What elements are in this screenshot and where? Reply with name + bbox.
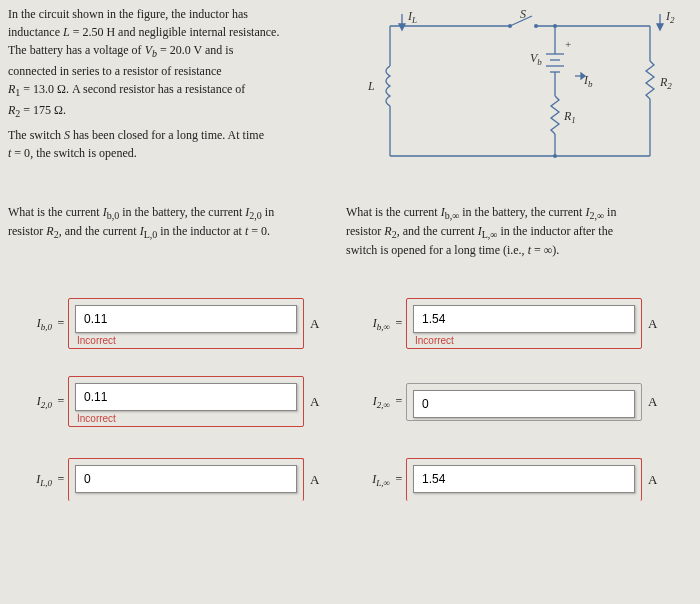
label-ILinf: IL,∞ — [352, 472, 392, 488]
answer-Ibinf-row: Ib,∞ = Incorrect A — [346, 294, 694, 354]
unit-Ib0: A — [310, 316, 319, 332]
answer-Ib0-row: Ib,0 = Incorrect A — [8, 294, 332, 354]
svg-text:R2: R2 — [659, 75, 672, 91]
svg-point-20 — [553, 154, 557, 158]
unit-IL0: A — [310, 472, 319, 488]
svg-text:+: + — [565, 38, 571, 50]
svg-text:R1: R1 — [563, 109, 576, 125]
svg-text:L: L — [367, 79, 375, 93]
answer-I20-row: I2,0 = Incorrect A — [8, 372, 332, 432]
input-wrap-ILinf — [406, 458, 642, 501]
answer-IL0-row: IL,0 = A — [8, 450, 332, 510]
svg-text:Vb: Vb — [530, 51, 542, 67]
feedback-Ib0: Incorrect — [77, 335, 297, 346]
svg-text:Ib: Ib — [583, 73, 593, 89]
input-wrap-I20: Incorrect — [68, 376, 304, 427]
svg-point-17 — [508, 24, 512, 28]
answer-I2inf-row: I2,∞ = A — [346, 372, 694, 432]
svg-text:S: S — [520, 7, 526, 21]
svg-marker-24 — [657, 24, 663, 30]
input-wrap-I2inf — [406, 383, 642, 421]
input-wrap-Ibinf: Incorrect — [406, 298, 642, 349]
svg-text:IL: IL — [407, 9, 417, 25]
svg-marker-22 — [399, 24, 405, 30]
label-Ibinf: Ib,∞ — [352, 316, 392, 332]
unit-I2inf: A — [648, 394, 657, 410]
question-right: What is the current Ib,∞ in the battery,… — [346, 204, 694, 258]
label-I2inf: I2,∞ — [352, 394, 392, 410]
circuit-diagram: IL I2 L S Vb + Ib R1 R2 — [346, 6, 694, 166]
feedback-I20: Incorrect — [77, 413, 297, 424]
label-IL0: IL,0 — [14, 472, 54, 488]
unit-Ibinf: A — [648, 316, 657, 332]
problem-statement: In the circuit shown in the figure, the … — [8, 6, 332, 162]
input-wrap-Ib0: Incorrect — [68, 298, 304, 349]
question-left: What is the current Ib,0 in the battery,… — [8, 204, 332, 242]
svg-point-19 — [553, 24, 557, 28]
input-ILinf[interactable] — [413, 465, 635, 493]
svg-text:I2: I2 — [665, 9, 675, 25]
input-Ib0[interactable] — [75, 305, 297, 333]
input-wrap-IL0 — [68, 458, 304, 501]
input-IL0[interactable] — [75, 465, 297, 493]
feedback-Ibinf: Incorrect — [415, 335, 635, 346]
unit-ILinf: A — [648, 472, 657, 488]
unit-I20: A — [310, 394, 319, 410]
input-I2inf[interactable] — [413, 390, 635, 418]
answer-ILinf-row: IL,∞ = A — [346, 450, 694, 510]
input-I20[interactable] — [75, 383, 297, 411]
label-I20: I2,0 — [14, 394, 54, 410]
input-Ibinf[interactable] — [413, 305, 635, 333]
svg-point-18 — [534, 24, 538, 28]
label-Ib0: Ib,0 — [14, 316, 54, 332]
